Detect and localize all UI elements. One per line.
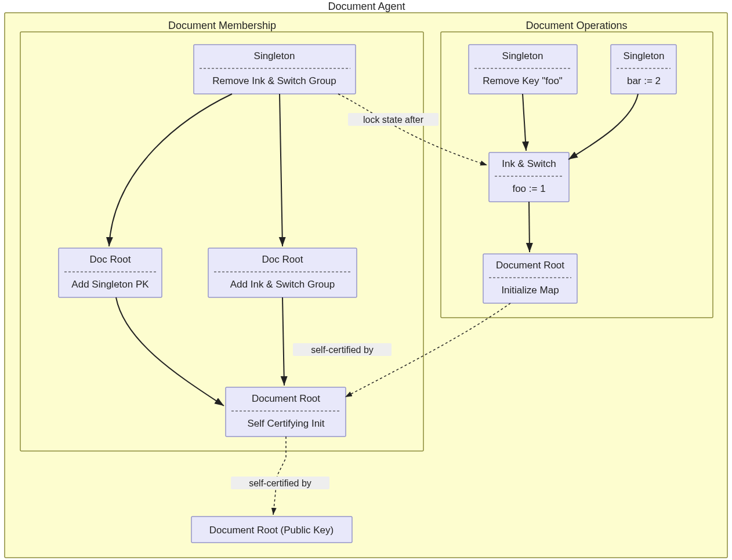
document-membership-title: Document Membership: [168, 20, 276, 31]
node-docroot-init: Document Root Self Certifying Init: [226, 387, 346, 437]
node-singleton-bar-body: bar := 2: [627, 75, 661, 86]
node-singleton-remove-group: Singleton Remove Ink & Switch Group: [194, 45, 356, 94]
node-singleton-remove-key: Singleton Remove Key "foo": [469, 45, 577, 94]
edge-self-cert-1-label: self-certified by: [311, 345, 374, 355]
node-docroot-map-title: Document Root: [496, 260, 564, 271]
node-docroot-group-body: Add Ink & Switch Group: [230, 279, 335, 290]
edge-lock-state-label: lock state after: [363, 115, 424, 125]
node-docroot-public-key-label: Document Root (Public Key): [209, 525, 334, 536]
node-singleton-body: Remove Ink & Switch Group: [212, 75, 336, 86]
node-docroot-group-title: Doc Root: [262, 254, 303, 265]
edge-self-cert-2-label: self-certified by: [249, 478, 311, 488]
node-inkswitch: Ink & Switch foo := 1: [489, 152, 569, 202]
document-agent-title: Document Agent: [328, 1, 405, 12]
node-docroot-map: Document Root Initialize Map: [483, 254, 577, 303]
node-docroot-init-title: Document Root: [252, 393, 320, 404]
node-inkswitch-body: foo := 1: [512, 183, 545, 194]
node-docroot-pk-body: Add Singleton PK: [71, 279, 149, 290]
node-singleton-remove-key-body: Remove Key "foo": [483, 75, 563, 86]
node-docroot-public-key: Document Root (Public Key): [191, 517, 352, 543]
node-singleton-remove-key-title: Singleton: [502, 50, 543, 61]
node-singleton-bar: Singleton bar := 2: [611, 45, 676, 94]
node-singleton-bar-title: Singleton: [624, 50, 665, 61]
edge-inkswitch-to-docrootmap: [529, 202, 530, 252]
document-membership-subgraph: [20, 32, 423, 451]
node-docroot-pk-title: Doc Root: [90, 254, 131, 265]
node-docroot-pk: Doc Root Add Singleton PK: [59, 248, 162, 297]
node-docroot-map-body: Initialize Map: [501, 285, 559, 296]
document-operations-title: Document Operations: [526, 20, 627, 31]
node-inkswitch-title: Ink & Switch: [502, 158, 556, 169]
node-singleton-title: Singleton: [254, 50, 295, 61]
node-docroot-init-body: Self Certifying Init: [247, 418, 324, 429]
node-docroot-group: Doc Root Add Ink & Switch Group: [208, 248, 357, 297]
